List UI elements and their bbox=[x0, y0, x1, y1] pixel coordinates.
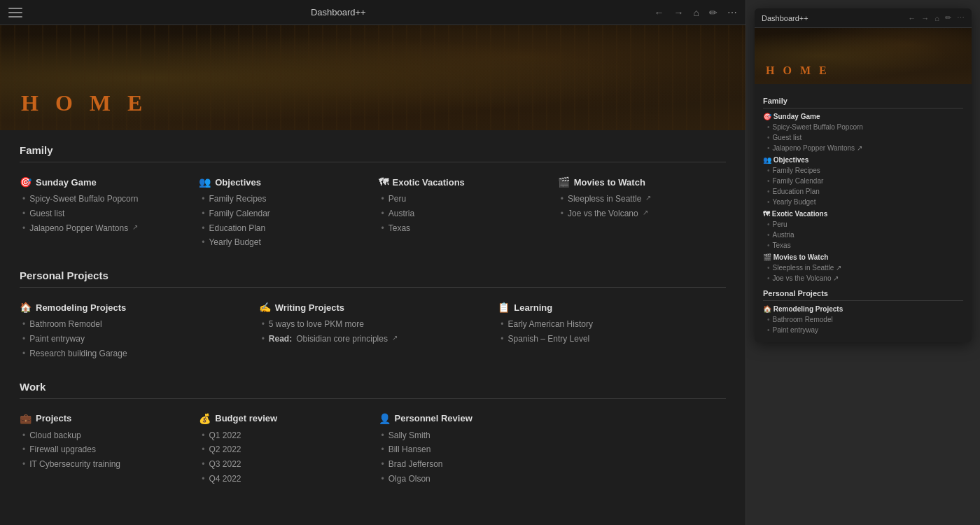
card-title-sunday-game[interactable]: 🎯Sunday Game bbox=[20, 176, 188, 188]
list-item[interactable]: Austria bbox=[382, 206, 547, 221]
preview-nav-edit[interactable]: ✏ bbox=[945, 13, 951, 22]
card-title-text-budget-review: Budget review bbox=[215, 413, 277, 424]
card-title-learning[interactable]: 📋Learning bbox=[498, 302, 726, 313]
card-learning: 📋LearningEarly American HistorySpanish –… bbox=[498, 299, 726, 363]
card-emoji-learning: 📋 bbox=[498, 302, 510, 313]
list-item[interactable]: Firewall upgrades bbox=[22, 442, 188, 457]
card-title-text-remodeling-projects: Remodeling Projects bbox=[36, 302, 126, 313]
list-item[interactable]: Sally Smith bbox=[382, 428, 547, 443]
list-item[interactable]: Education Plan bbox=[202, 221, 367, 236]
preview-card-title: 🎯 Sunday Game bbox=[763, 113, 963, 120]
card-title-text-exotic-vacations: Exotic Vacations bbox=[393, 177, 465, 188]
list-item[interactable]: Yearly Budget bbox=[767, 197, 963, 207]
list-item[interactable]: Peru bbox=[767, 219, 963, 230]
card-title-movies-to-watch[interactable]: 🎬Movies to Watch bbox=[558, 176, 726, 188]
card-emoji-exotic-vacations: 🗺 bbox=[379, 176, 388, 188]
preview-nav-back[interactable]: ← bbox=[908, 14, 916, 22]
list-item[interactable]: Education Plan bbox=[767, 186, 963, 197]
preview-section-header: Personal Projects bbox=[763, 289, 963, 301]
card-objectives: 👥ObjectivesFamily RecipesFamily Calendar… bbox=[199, 174, 367, 253]
preview-title-bar: Dashboard++ ← → ⌂ ✏ ⋯ bbox=[755, 8, 972, 28]
card-title-text-movies-to-watch: Movies to Watch bbox=[574, 177, 645, 188]
list-item[interactable]: Peru bbox=[382, 192, 547, 206]
list-item[interactable]: Q2 2022 bbox=[202, 442, 367, 457]
list-item[interactable]: Guest list bbox=[767, 132, 963, 143]
list-item[interactable]: Yearly Budget bbox=[202, 235, 367, 250]
card-items-remodeling-projects: Bathroom RemodelPaint entrywayResearch b… bbox=[20, 317, 248, 360]
list-item[interactable]: Early American History bbox=[500, 317, 726, 332]
nav-back-button[interactable]: ← bbox=[654, 7, 664, 18]
list-item[interactable]: Family Calendar bbox=[767, 176, 963, 186]
preview-items-list: PeruAustriaTexas bbox=[763, 219, 963, 251]
list-item[interactable]: Texas bbox=[382, 221, 547, 236]
list-item[interactable]: Olga Olson bbox=[382, 472, 547, 486]
list-item[interactable]: Brad Jefferson bbox=[382, 457, 547, 472]
list-item[interactable]: Jalapeno Popper Wantons bbox=[22, 221, 188, 236]
preview-items-list: Sleepless in Seattle ↗Joe vs the Volcano… bbox=[763, 262, 963, 284]
list-item[interactable]: Read: Obisidian core principles bbox=[262, 332, 487, 346]
card-title-exotic-vacations[interactable]: 🗺Exotic Vacations bbox=[379, 176, 547, 188]
card-title-remodeling-projects[interactable]: 🏠Remodeling Projects bbox=[20, 302, 248, 313]
preview-nav-more[interactable]: ⋯ bbox=[957, 13, 965, 22]
list-item[interactable]: Bathroom Remodel bbox=[22, 317, 248, 332]
card-title-projects[interactable]: 💼Projects bbox=[20, 413, 188, 424]
list-item[interactable]: Bathroom Remodel bbox=[767, 314, 963, 325]
card-items-movies-to-watch: Sleepless in SeattleJoe vs the Volcano bbox=[558, 192, 726, 221]
preview-content: Family🎯 Sunday GameSpicy-Sweet Buffalo P… bbox=[755, 84, 972, 342]
preview-items-list: Bathroom RemodelPaint entryway bbox=[763, 314, 963, 335]
card-emoji-objectives: 👥 bbox=[199, 176, 211, 188]
section-family: Family🎯Sunday GameSpicy-Sweet Buffalo Po… bbox=[20, 144, 726, 253]
list-item[interactable]: Sleepless in Seattle bbox=[561, 192, 726, 206]
nav-edit-button[interactable]: ✏ bbox=[709, 7, 718, 18]
list-item[interactable]: Cloud backup bbox=[22, 428, 188, 443]
preview-items-list: Family RecipesFamily CalendarEducation P… bbox=[763, 165, 963, 207]
nav-more-button[interactable]: ⋯ bbox=[727, 7, 737, 18]
list-item[interactable]: Spicy-Sweet Buffalo Popcorn bbox=[767, 122, 963, 132]
hero-banner: H O M E bbox=[0, 25, 746, 130]
nav-home-button[interactable]: ⌂ bbox=[694, 7, 699, 18]
section-grid-personal-projects: 🏠Remodeling ProjectsBathroom RemodelPain… bbox=[20, 299, 726, 363]
preview-nav-home[interactable]: ⌂ bbox=[934, 14, 939, 22]
list-item[interactable]: Paint entryway bbox=[767, 325, 963, 335]
sidebar-toggle-button[interactable] bbox=[8, 8, 22, 18]
card-projects: 💼ProjectsCloud backupFirewall upgradesIT… bbox=[20, 410, 188, 489]
card-emoji-projects: 💼 bbox=[20, 413, 31, 424]
card-title-writing-projects[interactable]: ✍Writing Projects bbox=[259, 302, 487, 313]
list-item[interactable]: Guest list bbox=[22, 206, 188, 221]
list-item[interactable]: Family Recipes bbox=[202, 192, 367, 206]
list-item[interactable]: 5 ways to love PKM more bbox=[262, 317, 487, 332]
preview-hero: H O M E bbox=[755, 28, 972, 84]
card-emoji-personnel-review: 👤 bbox=[379, 413, 391, 424]
card-movies-to-watch: 🎬Movies to WatchSleepless in SeattleJoe … bbox=[558, 174, 726, 253]
list-item[interactable]: Q3 2022 bbox=[202, 457, 367, 472]
list-item[interactable]: Texas bbox=[767, 240, 963, 251]
list-item[interactable]: Q4 2022 bbox=[202, 472, 367, 486]
title-bar-left bbox=[8, 8, 22, 18]
list-item[interactable]: Family Recipes bbox=[767, 165, 963, 176]
list-item[interactable]: Research building Garage bbox=[22, 346, 248, 361]
preview-card-title: 🎬 Movies to Watch bbox=[763, 253, 963, 261]
card-title-personnel-review[interactable]: 👤Personnel Review bbox=[379, 413, 547, 424]
card-items-learning: Early American HistorySpanish – Entry Le… bbox=[498, 317, 726, 346]
preview-nav-forward[interactable]: → bbox=[921, 14, 929, 22]
preview-items-list: Spicy-Sweet Buffalo PopcornGuest listJal… bbox=[763, 122, 963, 153]
list-item[interactable]: Austria bbox=[767, 230, 963, 240]
list-item[interactable]: Spicy-Sweet Buffalo Popcorn bbox=[22, 192, 188, 206]
list-item[interactable]: Jalapeno Popper Wantons ↗ bbox=[767, 143, 963, 153]
list-item[interactable]: Bill Hansen bbox=[382, 442, 547, 457]
preview-card-title: 👥 Objectives bbox=[763, 156, 963, 164]
list-item[interactable]: Joe vs the Volcano ↗ bbox=[767, 273, 963, 284]
card-remodeling-projects: 🏠Remodeling ProjectsBathroom RemodelPain… bbox=[20, 299, 248, 363]
list-item[interactable]: Q1 2022 bbox=[202, 428, 367, 443]
list-item[interactable]: Paint entryway bbox=[22, 332, 248, 346]
list-item[interactable]: Family Calendar bbox=[202, 206, 367, 221]
nav-forward-button[interactable]: → bbox=[674, 7, 684, 18]
card-title-budget-review[interactable]: 💰Budget review bbox=[199, 413, 367, 424]
list-item[interactable]: Sleepless in Seattle ↗ bbox=[767, 262, 963, 273]
preview-hero-title: H O M E bbox=[766, 64, 830, 77]
list-item[interactable]: Spanish – Entry Level bbox=[500, 332, 726, 346]
card-emoji-movies-to-watch: 🎬 bbox=[558, 176, 570, 188]
list-item[interactable]: Joe vs the Volcano bbox=[561, 206, 726, 221]
list-item[interactable]: IT Cybersecurity training bbox=[22, 457, 188, 472]
card-title-objectives[interactable]: 👥Objectives bbox=[199, 176, 367, 188]
